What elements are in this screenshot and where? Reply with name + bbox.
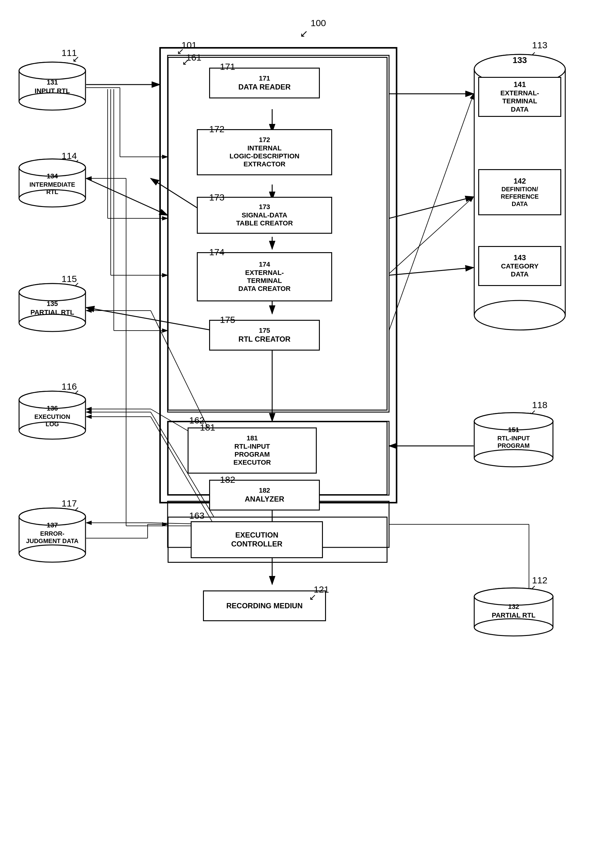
- svg-point-58: [19, 62, 85, 79]
- box-category-data: 143 CATEGORYDATA: [478, 246, 561, 286]
- label-partial-rtl-right: 132 PARTIAL RTL: [474, 603, 554, 620]
- ref-172-top: 172: [209, 124, 224, 134]
- box-recording-medium: RECORDING MEDIUN: [203, 590, 326, 621]
- box-external-terminal-data: 141 EXTERNAL-TERMINALDATA: [478, 77, 561, 117]
- svg-line-25: [389, 94, 474, 331]
- ref-174-top: 174: [209, 247, 224, 257]
- box-external-terminal-creator: 174 EXTERNAL-TERMINALDATA CREATOR: [197, 252, 332, 301]
- cylinder-input-rtl: 131 INPUT RTL: [18, 62, 86, 111]
- box-definition-reference: 142 DEFINITION/REFERENCEDATA: [478, 169, 561, 215]
- ref-181-top: 181: [200, 422, 215, 433]
- ref-173-top: 173: [209, 192, 224, 202]
- arrow-100-label: ↙: [300, 28, 308, 40]
- ref-143-label: 143: [501, 254, 538, 262]
- label-partial-rtl-left: 135 PARTIAL RTL: [18, 300, 86, 317]
- label-rtl-input-program: 151 RTL-INPUTPROGRAM: [474, 426, 554, 449]
- box-data-reader: 171 DATA READER: [209, 67, 320, 98]
- svg-point-70: [19, 283, 85, 301]
- svg-point-100: [474, 619, 553, 636]
- box-rtl-input-executor: 181 RTL-INPUTPROGRAMEXECUTOR: [188, 427, 317, 474]
- inner-box-161: [167, 57, 387, 411]
- svg-line-19: [86, 178, 167, 215]
- label-execution-log: 136 EXECUTIONLOG: [18, 404, 86, 428]
- ref-113: 113: [532, 40, 547, 50]
- label-error-judgment: 137 ERROR-JUDGMENT DATA: [18, 521, 86, 545]
- label-input-rtl: 131 INPUT RTL: [18, 78, 86, 95]
- ref-175-top: 175: [220, 315, 235, 325]
- ref-100: 100: [311, 18, 326, 28]
- svg-point-57: [19, 93, 85, 110]
- cylinder-error-judgment: 137 ERROR-JUDGMENT DATA: [18, 508, 86, 563]
- svg-line-22: [389, 197, 474, 274]
- box-execution-controller: EXECUTIONCONTROLLER: [191, 521, 323, 558]
- svg-point-94: [474, 450, 553, 467]
- label-intermediate-rtl: 134 INTERMEDIATERTL: [18, 172, 86, 196]
- svg-point-69: [19, 314, 85, 332]
- svg-text:133: 133: [513, 55, 527, 65]
- ref-121-arrow: ↙: [309, 592, 316, 602]
- ref-141-label: 141: [500, 80, 539, 89]
- ref-163: 163: [189, 510, 204, 521]
- cylinder-rtl-input-program: 151 RTL-INPUTPROGRAM: [474, 412, 554, 468]
- cylinder-execution-log: 136 EXECUTIONLOG: [18, 390, 86, 440]
- svg-point-81: [19, 545, 85, 562]
- svg-point-87: [474, 301, 565, 330]
- svg-line-23: [389, 267, 474, 275]
- ref-171-top: 171: [220, 62, 235, 72]
- ref-101-arrow: ↙: [177, 46, 184, 56]
- cylinder-partial-rtl-right: 132 PARTIAL RTL: [474, 587, 554, 637]
- ref-182-top: 182: [220, 474, 235, 485]
- ref-142-label: 142: [501, 177, 538, 186]
- ref-161-arrow: ↙: [182, 57, 189, 67]
- svg-line-21: [389, 197, 474, 219]
- cylinder-intermediate-rtl: 134 INTERMEDIATERTL: [18, 158, 86, 208]
- box-internal-logic: 172 INTERNALLOGIC-DESCRIPTIONEXTRACTOR: [197, 129, 332, 175]
- cylinder-partial-rtl-left: 135 PARTIAL RTL: [18, 283, 86, 332]
